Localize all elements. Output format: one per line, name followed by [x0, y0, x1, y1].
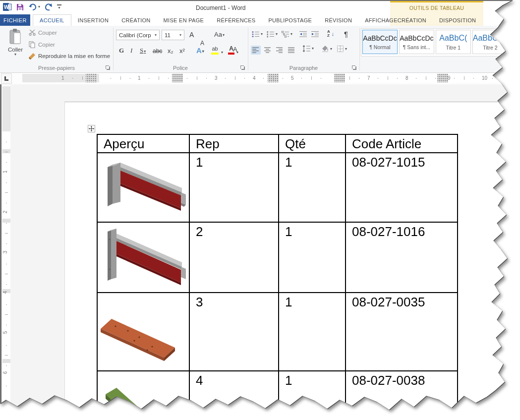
code-cell[interactable]: 08-027-0035	[346, 293, 458, 371]
font-family-caret[interactable]: ▾	[152, 33, 159, 37]
text-effects-button[interactable]: A▾	[196, 46, 204, 55]
undo-icon[interactable]: ▾	[28, 3, 40, 11]
ruler-mark: 8	[405, 75, 408, 81]
table-move-handle[interactable]	[88, 125, 95, 132]
ruler-mark	[5, 314, 8, 315]
paragraph-dialog-launcher[interactable]	[351, 65, 356, 70]
font-color-bar	[228, 53, 234, 55]
format-painter-button[interactable]: Reproduire la mise en forme	[29, 53, 110, 60]
borders-button[interactable]: ▾	[337, 46, 347, 52]
save-icon[interactable]	[16, 3, 24, 11]
increase-indent-button[interactable]	[311, 31, 319, 38]
ruler-mark	[349, 76, 350, 80]
highlight-button[interactable]: ab	[211, 46, 219, 55]
part-preview-cell[interactable]	[97, 222, 189, 293]
tab-accueil[interactable]: ACCUEIL	[33, 14, 71, 26]
tab-creation[interactable]: CRÉATION	[115, 14, 157, 26]
undo-dropdown-caret[interactable]: ▾	[38, 5, 40, 9]
font-size-combo[interactable]: 11 ▾	[162, 30, 184, 40]
ruler-mark	[321, 78, 321, 79]
rep-cell[interactable]: 2	[189, 222, 279, 293]
copy-button[interactable]: Copier	[29, 41, 55, 48]
tab-mise-en-page[interactable]: MISE EN PAGE	[157, 14, 211, 26]
clipboard-dialog-launcher[interactable]	[105, 65, 110, 70]
paste-dropdown-caret[interactable]: ▾	[3, 53, 28, 57]
ruler-mark	[6, 345, 7, 346]
word-app-icon[interactable]: W	[3, 2, 12, 11]
tab-table-creation[interactable]: CRÉATION	[391, 14, 433, 26]
code-cell[interactable]: 08-027-1016	[346, 222, 458, 293]
header-rep[interactable]: Rep	[189, 134, 279, 153]
tab-table-disposition[interactable]: DISPOSITION	[433, 14, 482, 26]
font-family-combo[interactable]: Calibri (Corp ▾	[116, 30, 160, 40]
tab-references[interactable]: RÉFÉRENCES	[210, 14, 262, 26]
bullets-button[interactable]: ▾	[252, 31, 263, 38]
align-center-button[interactable]	[263, 46, 273, 55]
qty-cell[interactable]: 1	[279, 222, 346, 293]
style-card-titre-1[interactable]: AaBbC( Titre 1	[436, 30, 471, 54]
tab-fichier[interactable]: FICHIER	[0, 14, 30, 26]
header-qte[interactable]: Qté	[279, 134, 346, 153]
qty-cell[interactable]: 1	[279, 293, 346, 371]
part-preview-cell[interactable]	[97, 153, 189, 222]
ruler-mark	[92, 78, 92, 79]
format-painter-icon	[29, 53, 36, 60]
ruler-mark	[168, 78, 169, 79]
font-color-button[interactable]: A	[228, 46, 234, 55]
align-left-button[interactable]	[251, 46, 261, 55]
align-right-button[interactable]	[275, 46, 285, 55]
ruler-mark	[5, 233, 8, 234]
header-apercu[interactable]: Aperçu	[97, 134, 189, 153]
sort-button[interactable]: AZ ↓	[327, 30, 334, 38]
ruler-mark	[6, 162, 7, 163]
tab-selector-button[interactable]	[1, 73, 12, 84]
rep-cell[interactable]: 3	[189, 293, 279, 371]
rep-cell[interactable]: 1	[189, 153, 279, 222]
style-card-titre-2[interactable]: AaBbCcD Titre 2	[472, 30, 508, 54]
multilevel-list-button[interactable]: ▾	[282, 31, 292, 38]
table-column-marker[interactable]	[437, 74, 448, 82]
italic-button[interactable]: I	[130, 47, 132, 55]
decrease-indent-button[interactable]	[299, 31, 307, 38]
font-size-caret[interactable]: ▾	[177, 33, 184, 37]
header-code-article[interactable]: Code Article	[346, 134, 458, 153]
qty-cell[interactable]: 1	[279, 371, 346, 420]
numbered-list-button[interactable]: ▾	[267, 31, 278, 38]
underline-button[interactable]: S▾	[140, 47, 146, 55]
redo-icon[interactable]	[45, 3, 53, 11]
code-cell[interactable]: 08-027-1015	[346, 153, 458, 222]
font-dialog-launcher[interactable]	[240, 65, 245, 70]
qty-cell[interactable]: 1	[279, 153, 346, 222]
ruler-mark	[197, 76, 197, 80]
table-column-marker[interactable]	[172, 74, 183, 82]
document-page[interactable]: Aperçu Rep Qté Code Article	[64, 102, 520, 420]
superscript-button[interactable]: x²	[179, 47, 185, 55]
table-row: 1 1 08-027-1015	[97, 153, 458, 222]
code-cell[interactable]: 08-027-0038	[346, 371, 458, 420]
bold-button[interactable]: G	[119, 47, 124, 55]
part-preview-cell[interactable]	[97, 371, 189, 420]
show-paragraph-marks-button[interactable]: ¶	[344, 30, 348, 38]
cut-button[interactable]: Couper	[29, 30, 57, 36]
tab-insertion[interactable]: INSERTION	[71, 14, 115, 26]
change-case-button[interactable]: Aa ▾	[214, 31, 225, 38]
tab-publipostage[interactable]: PUBLIPOSTAGE	[262, 14, 318, 26]
paste-button[interactable]: Coller ▾	[3, 29, 28, 69]
customize-qat-icon[interactable]: ▾	[57, 4, 61, 10]
font-color-caret[interactable]: ▾	[236, 51, 238, 55]
highlight-caret[interactable]: ▾	[221, 51, 223, 55]
style-card-sans-interligne[interactable]: AaBbCcDc ¶ Sans int...	[399, 30, 434, 54]
style-card-normal[interactable]: AaBbCcDc ¶ Normal	[362, 30, 398, 54]
shading-bucket-icon	[321, 46, 329, 52]
subscript-button[interactable]: x₂	[168, 47, 173, 55]
part-preview-cell[interactable]	[97, 293, 189, 371]
line-spacing-button[interactable]: ▾	[302, 45, 314, 52]
h-ruler[interactable]: 1134578910	[22, 74, 520, 82]
strikethrough-button[interactable]: abc	[153, 48, 162, 55]
shading-button[interactable]: ▾	[321, 46, 332, 52]
justify-button[interactable]	[287, 46, 296, 55]
tab-revision[interactable]: RÉVISION	[318, 14, 358, 26]
ruler-mark	[159, 76, 159, 80]
v-ruler[interactable]: 123456	[2, 85, 10, 413]
rep-cell[interactable]: 4	[189, 371, 279, 420]
